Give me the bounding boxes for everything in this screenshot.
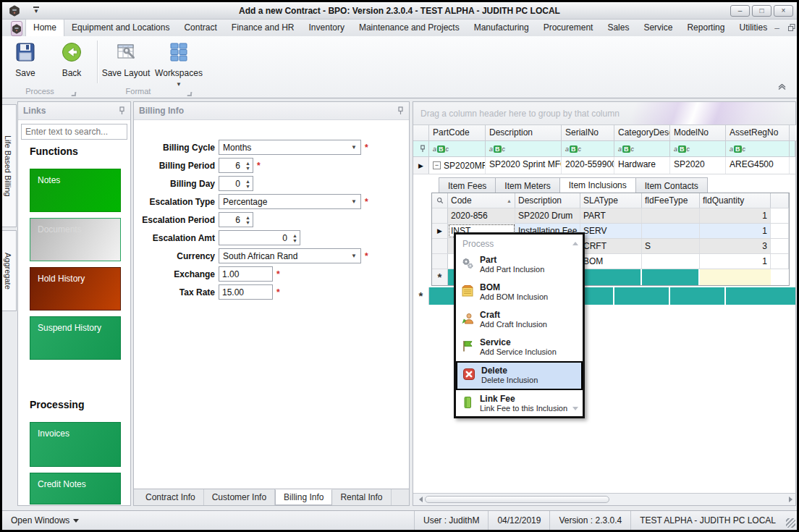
tab-procurement[interactable]: Procurement <box>536 20 601 36</box>
search-input[interactable] <box>25 127 138 137</box>
credit-notes-button[interactable]: Credit Notes <box>30 473 121 504</box>
scroll-left-icon[interactable] <box>413 497 425 502</box>
billing-cycle-dropdown[interactable]: Months▼ <box>219 140 361 155</box>
cell-fldquantity[interactable]: 1 <box>700 208 771 223</box>
column-header-description[interactable]: Description <box>486 125 562 141</box>
new-row-quantity-cell[interactable] <box>700 269 771 285</box>
column-header-serialno[interactable]: SerialNo <box>562 125 614 141</box>
filter-cell-serialno[interactable]: aBc <box>562 141 614 157</box>
cell-fldfeetype[interactable] <box>642 254 700 269</box>
tab-inventory[interactable]: Inventory <box>302 20 352 36</box>
column-header-code[interactable]: Code▲ <box>448 193 515 208</box>
tab-billing-info[interactable]: Billing Info <box>275 489 332 505</box>
cell-fldfeetype[interactable]: S <box>642 239 700 253</box>
currency-dropdown[interactable]: South African Rand▼ <box>219 248 361 263</box>
cell-slatype[interactable]: SERV <box>580 224 642 238</box>
tab-equipment-and-locations[interactable]: Equipment and Locations <box>64 20 177 36</box>
dialog-launcher-icon[interactable] <box>72 92 77 96</box>
notes-button[interactable]: Notes <box>30 169 121 212</box>
column-header-partcode[interactable]: PartCode <box>429 125 486 141</box>
menu-item-part[interactable]: PartAdd Part Inclusion <box>456 251 583 279</box>
menu-item-bom[interactable]: BOMAdd BOM Inclusion <box>456 279 583 306</box>
column-header-assetregno[interactable]: AssetRegNo <box>726 125 790 141</box>
pin-icon[interactable] <box>397 106 404 115</box>
filter-cell-categorydesc[interactable]: aBc <box>614 141 670 157</box>
tab-contract-info[interactable]: Contract Info <box>138 489 204 505</box>
dialog-launcher-icon[interactable] <box>187 92 193 96</box>
cell-fldfeetype[interactable] <box>642 224 700 238</box>
side-tab-life-based-billing[interactable]: Life Based Billing <box>2 104 17 227</box>
exchange-field[interactable] <box>219 266 273 282</box>
cell-slatype[interactable]: PART <box>580 208 642 223</box>
tab-home[interactable]: Home <box>25 19 64 36</box>
table-row[interactable]: 2020-856 SP2020 Drum PART 1 <box>432 208 789 224</box>
cell-partcode[interactable]: −SP2020MFC <box>429 157 486 174</box>
save-layout-button[interactable]: Save Layout <box>100 38 152 85</box>
cell-slatype[interactable]: BOM <box>580 254 642 269</box>
column-header-inc-description[interactable]: Description <box>515 193 580 208</box>
tax-rate-field[interactable] <box>219 284 273 300</box>
cell-assetregno[interactable]: AREG4500 <box>726 157 790 174</box>
side-tab-aggregate[interactable]: Aggregate <box>2 230 17 311</box>
save-button[interactable]: Save <box>2 38 48 85</box>
menu-scroll-down-icon[interactable] <box>572 407 578 413</box>
maximize-button[interactable]: □ <box>752 5 771 17</box>
tab-utilities[interactable]: Utilities <box>732 20 774 36</box>
tab-reporting[interactable]: Reporting <box>680 20 732 36</box>
column-header-fldquantity[interactable]: fldQuantity <box>700 193 771 208</box>
suspend-history-button[interactable]: Suspend History <box>30 316 121 360</box>
tab-service[interactable]: Service <box>636 20 680 36</box>
spinner-arrows-icon[interactable]: ▲▼ <box>243 159 253 172</box>
resize-grip-icon[interactable] <box>786 518 795 528</box>
collapse-row-icon[interactable]: − <box>433 161 441 169</box>
spinner-arrows-icon[interactable]: ▲▼ <box>290 231 300 245</box>
spinner-arrows-icon[interactable]: ▲▼ <box>243 213 253 227</box>
billing-day-spinner[interactable]: 0▲▼ <box>219 176 253 191</box>
table-row[interactable]: ▶ −SP2020MFC SP2020 Sprint MFC 2020-5599… <box>413 157 795 174</box>
pin-icon[interactable] <box>119 106 125 115</box>
menu-scroll-up-icon[interactable] <box>572 239 578 245</box>
group-by-band[interactable]: Drag a column header here to group by th… <box>413 102 795 125</box>
tab-maintenance-and-projects[interactable]: Maintenance and Projects <box>352 20 467 36</box>
cell-fldquantity[interactable]: 1 <box>700 224 771 238</box>
tab-customer-info[interactable]: Customer Info <box>204 489 275 505</box>
billing-period-spinner[interactable]: 6▲▼ <box>219 158 253 173</box>
application-menu-button[interactable] <box>11 21 22 36</box>
column-header-modelno[interactable]: ModelNo <box>670 125 726 141</box>
spinner-arrows-icon[interactable]: ▲▼ <box>243 177 253 190</box>
column-header-fldfeetype[interactable]: fldFeeType <box>642 193 700 208</box>
hold-history-button[interactable]: Hold History <box>30 267 121 311</box>
filter-cell-modelno[interactable]: aBc <box>670 141 726 157</box>
mdi-minimize-icon[interactable]: – <box>774 23 779 33</box>
tab-rental-info[interactable]: Rental Info <box>332 489 391 505</box>
cell-fldquantity[interactable]: 1 <box>700 254 771 269</box>
back-button[interactable]: Back <box>48 38 95 85</box>
menu-item-service[interactable]: ServiceAdd Service Inclusion <box>456 334 583 361</box>
cell-modelno[interactable]: SP2020 <box>670 157 726 174</box>
cell-description[interactable]: SP2020 Sprint MFC <box>486 157 562 174</box>
tab-finance-and-hr[interactable]: Finance and HR <box>224 20 302 36</box>
menu-item-delete[interactable]: DeleteDelete Inclusion <box>456 361 583 390</box>
filter-cell-partcode[interactable]: aBc <box>429 141 486 157</box>
column-header-categorydesc[interactable]: CategoryDesc <box>614 125 670 141</box>
filter-cell-assetregno[interactable]: aBc <box>726 141 790 157</box>
scrollbar-thumb[interactable] <box>425 496 609 503</box>
cell-fldquantity[interactable]: 3 <box>700 239 771 253</box>
cell-slatype[interactable]: CRFT <box>580 239 642 253</box>
cell-code[interactable]: 2020-856 <box>448 208 515 223</box>
close-button[interactable]: × <box>774 5 793 17</box>
menu-item-link-fee[interactable]: Link FeeLink Fee to this Inclusion <box>456 390 583 418</box>
minimize-button[interactable]: – <box>730 5 750 17</box>
collapse-ribbon-chevron-icon[interactable] <box>777 80 787 93</box>
cell-categorydesc[interactable]: Hardware <box>614 157 670 174</box>
menu-item-craft[interactable]: CraftAdd Craft Inclusion <box>456 306 583 334</box>
mdi-restore-icon[interactable] <box>788 23 795 33</box>
escalation-amt-spinner[interactable]: 0▲▼ <box>219 230 300 245</box>
escalation-type-dropdown[interactable]: Percentage▼ <box>219 194 361 209</box>
cell-fldfeetype[interactable] <box>642 208 700 223</box>
filter-cell-description[interactable]: aBc <box>486 141 562 157</box>
scroll-right-icon[interactable] <box>784 497 795 502</box>
tab-manufacturing[interactable]: Manufacturing <box>467 20 536 36</box>
workspaces-button[interactable]: Workspaces ▼ <box>152 38 206 85</box>
cell-description[interactable]: SP2020 Drum <box>515 208 580 223</box>
